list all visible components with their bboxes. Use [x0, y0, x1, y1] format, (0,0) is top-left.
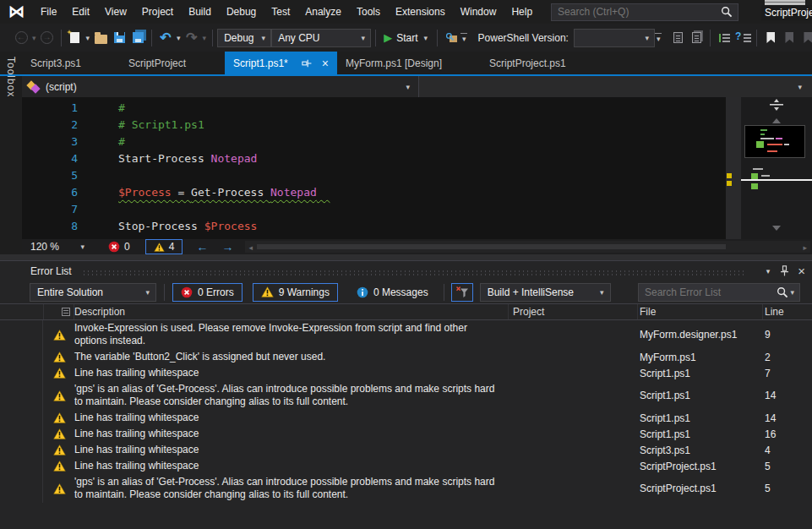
- menu-item-window[interactable]: Window: [453, 2, 504, 22]
- scroll-right-arrow[interactable]: ▸: [803, 243, 807, 252]
- error-list-search-input[interactable]: [639, 286, 777, 298]
- code-editor[interactable]: 1#2# Script1.ps13#4Start-Process Notepad…: [22, 97, 812, 239]
- start-debugging-button[interactable]: ▶ Start ▾: [380, 28, 433, 48]
- error-list-title-bar[interactable]: Error List ▾ ×: [0, 261, 812, 281]
- save-button[interactable]: [110, 28, 128, 48]
- error-row[interactable]: 'gps' is an alias of 'Get-Process'. Alia…: [0, 381, 812, 410]
- start-caret[interactable]: ▾: [422, 34, 429, 42]
- previous-issue-arrow[interactable]: ←: [196, 240, 208, 254]
- navigate-backward-button[interactable]: ←: [12, 28, 30, 48]
- menu-item-debug[interactable]: Debug: [219, 2, 264, 22]
- description-column-header[interactable]: Description: [74, 304, 509, 319]
- tab-scriptproject-ps1[interactable]: ScriptProject.ps1: [481, 52, 605, 76]
- vertical-scrollbar-map[interactable]: [741, 97, 812, 239]
- close-icon[interactable]: ×: [322, 58, 329, 68]
- horizontal-scrollbar[interactable]: ◂ ▸: [245, 241, 810, 253]
- file-cell: Script1.ps1: [638, 368, 763, 379]
- zoom-level-dropdown[interactable]: 120 % ▾: [27, 240, 90, 254]
- next-bookmark-button[interactable]: [798, 28, 812, 48]
- menu-item-view[interactable]: View: [97, 2, 134, 22]
- toolbar-separator: [437, 30, 438, 46]
- tab-scriptproject[interactable]: ScriptProject: [120, 52, 225, 76]
- file-cell: Script1.ps1: [638, 412, 763, 424]
- error-row[interactable]: Line has trailing whitespaceScriptProjec…: [0, 458, 812, 474]
- copy-document-button[interactable]: [687, 28, 706, 48]
- panel-splitter[interactable]: [0, 254, 812, 260]
- scroll-left-arrow[interactable]: ◂: [248, 243, 253, 252]
- description-cell: 'gps' is an alias of 'Get-Process'. Alia…: [74, 476, 509, 501]
- new-file-caret[interactable]: ▾: [84, 34, 92, 42]
- window-position-caret[interactable]: ▾: [765, 267, 772, 275]
- error-row[interactable]: Line has trailing whitespaceScript3.ps14: [0, 442, 812, 458]
- error-row[interactable]: 'gps' is an alias of 'Get-Process'. Alia…: [0, 474, 812, 503]
- source-filter-value: Build + IntelliSense: [488, 286, 574, 298]
- scroll-up-arrow[interactable]: [772, 118, 781, 123]
- menu-item-edit[interactable]: Edit: [64, 2, 97, 22]
- redo-caret[interactable]: ▾: [201, 34, 209, 42]
- menu-item-project[interactable]: Project: [134, 2, 181, 22]
- code-text: # Script1.ps1: [78, 117, 204, 134]
- errors-filter-button[interactable]: 0 Errors: [172, 283, 243, 302]
- project-column-header[interactable]: Project: [509, 304, 638, 319]
- scroll-down-arrow[interactable]: [772, 226, 781, 231]
- editor-error-count[interactable]: 0: [108, 241, 130, 253]
- menu-item-tools[interactable]: Tools: [349, 2, 388, 22]
- powershell-version-dropdown[interactable]: ▾: [574, 29, 655, 47]
- error-row[interactable]: The variable 'Button2_Click' is assigned…: [0, 349, 812, 365]
- toolbar-overflow-button[interactable]: ▾: [460, 33, 468, 43]
- scope-filter-dropdown[interactable]: Entire Solution ▾: [30, 283, 156, 302]
- toolbox-side-tab[interactable]: Toolbox: [0, 52, 22, 114]
- menu-item-analyze[interactable]: Analyze: [297, 2, 349, 22]
- source-filter-dropdown[interactable]: Build + IntelliSense ▾: [480, 283, 611, 302]
- quick-search-box[interactable]: [551, 3, 738, 21]
- clear-filters-button[interactable]: [451, 283, 473, 302]
- menu-item-build[interactable]: Build: [181, 2, 219, 22]
- undo-button[interactable]: ↶: [156, 28, 175, 48]
- messages-filter-button[interactable]: 0 Messages: [348, 283, 437, 302]
- error-row[interactable]: Line has trailing whitespaceScript1.ps11…: [0, 426, 812, 442]
- error-row[interactable]: Line has trailing whitespaceScript1.ps11…: [0, 410, 812, 426]
- quick-search-input[interactable]: [552, 6, 721, 18]
- navigate-forward-button[interactable]: →: [38, 28, 57, 48]
- toolbar-overflow-button[interactable]: ▾: [655, 33, 662, 43]
- new-file-button[interactable]: [66, 28, 84, 48]
- severity-column-header[interactable]: [44, 304, 74, 319]
- solution-platform-dropdown[interactable]: Any CPU ▾: [271, 29, 371, 47]
- open-file-button[interactable]: [91, 28, 110, 48]
- scope-dropdown[interactable]: (script) ▾: [22, 76, 419, 97]
- editor-warning-count[interactable]: 4: [145, 239, 183, 254]
- menu-item-file[interactable]: File: [33, 2, 64, 22]
- split-window-handle[interactable]: [770, 99, 783, 113]
- syntax-help-button[interactable]: [733, 28, 752, 48]
- menu-item-extensions[interactable]: Extensions: [388, 2, 453, 22]
- save-all-button[interactable]: [128, 28, 147, 48]
- format-document-button[interactable]: [715, 28, 733, 48]
- search-options-caret[interactable]: ▾: [788, 288, 796, 297]
- next-issue-arrow[interactable]: →: [221, 240, 233, 254]
- line-column-header[interactable]: Line: [763, 304, 812, 319]
- previous-bookmark-button[interactable]: [780, 28, 798, 48]
- menu-item-test[interactable]: Test: [264, 2, 297, 22]
- tab-script1-ps1[interactable]: Script1.ps1*×: [225, 52, 337, 76]
- solution-configuration-dropdown[interactable]: Debug ▾: [217, 29, 271, 47]
- toggle-bookmark-button[interactable]: [761, 28, 780, 48]
- close-panel-button[interactable]: ×: [798, 266, 805, 276]
- redo-button[interactable]: ↷: [183, 28, 201, 48]
- pin-button[interactable]: [780, 265, 789, 276]
- tab-myform-ps1-design[interactable]: MyForm.ps1 [Design]: [337, 52, 481, 76]
- navigate-backward-caret[interactable]: ▾: [30, 34, 38, 42]
- file-column-header[interactable]: File: [638, 304, 763, 319]
- warnings-filter-button[interactable]: 9 Warnings: [253, 283, 338, 302]
- search-icon: [777, 286, 788, 298]
- pin-icon[interactable]: [302, 58, 312, 68]
- member-dropdown[interactable]: ▾: [419, 76, 812, 97]
- undo-caret[interactable]: ▾: [175, 34, 183, 42]
- error-row[interactable]: Line has trailing whitespaceScript1.ps17: [0, 365, 812, 381]
- error-row[interactable]: Invoke-Expression is used. Please remove…: [0, 320, 812, 349]
- error-list-search-box[interactable]: ▾: [638, 283, 800, 302]
- menu-item-help[interactable]: Help: [504, 2, 540, 22]
- tab-script3-ps1[interactable]: Script3.ps1: [22, 52, 120, 76]
- horizontal-scrollbar-thumb[interactable]: [257, 244, 726, 249]
- document-action-button[interactable]: [668, 28, 687, 48]
- attach-to-process-button[interactable]: [442, 28, 460, 48]
